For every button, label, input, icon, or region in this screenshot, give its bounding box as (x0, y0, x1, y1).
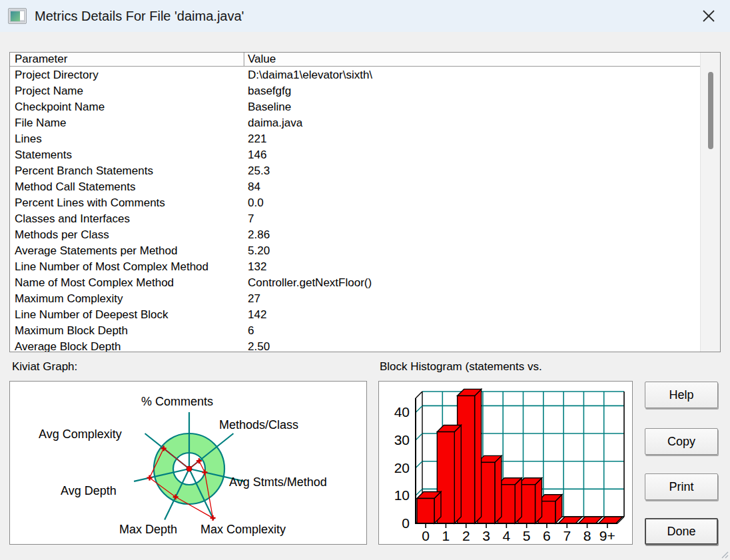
table-row[interactable]: Statements146 (10, 147, 700, 163)
done-button[interactable]: Done (645, 518, 718, 545)
svg-text:% Comments: % Comments (141, 395, 213, 408)
cell-parameter: Average Statements per Method (10, 244, 244, 258)
svg-text:6: 6 (543, 528, 551, 543)
cell-value: 6 (244, 324, 700, 338)
table-row[interactable]: Line Number of Most Complex Method132 (10, 259, 700, 275)
scrollbar-thumb[interactable] (708, 72, 713, 149)
title-bar: Metrics Details For File 'daima.java' (0, 0, 730, 32)
block-histogram-panel: 0102030400123456789+ (378, 381, 633, 545)
print-button[interactable]: Print (645, 473, 718, 500)
svg-text:Avg Stmts/Method: Avg Stmts/Method (229, 475, 327, 489)
table-row[interactable]: Maximum Complexity27 (10, 291, 700, 307)
table-rows: Project DirectoryD:\daima1\elevator\sixt… (10, 67, 700, 352)
table-row[interactable]: Percent Branch Statements25.3 (10, 163, 700, 179)
cell-parameter: Line Number of Deepest Block (10, 308, 244, 322)
svg-text:3: 3 (482, 528, 490, 543)
table-row[interactable]: Name of Most Complex MethodController.ge… (10, 275, 700, 291)
table-row[interactable]: File Namedaima.java (10, 115, 700, 131)
cell-value: 0.0 (244, 196, 700, 210)
copy-button[interactable]: Copy (645, 428, 718, 455)
cell-parameter: Lines (10, 133, 244, 146)
table-row[interactable]: Average Block Depth2.50 (10, 339, 700, 352)
cell-value: 5.20 (244, 244, 700, 258)
svg-text:Max Complexity: Max Complexity (200, 523, 286, 536)
svg-text:20: 20 (394, 460, 410, 475)
table-row[interactable]: Project DirectoryD:\daima1\elevator\sixt… (10, 67, 700, 83)
resize-grip[interactable] (721, 551, 729, 559)
cell-value: 146 (244, 148, 700, 162)
cell-parameter: Average Block Depth (10, 340, 244, 352)
cell-parameter: Line Number of Most Complex Method (10, 260, 244, 274)
cell-parameter: File Name (10, 117, 244, 130)
app-icon (8, 8, 27, 24)
table-row[interactable]: Lines221 (10, 131, 700, 147)
column-header-value[interactable]: Value (244, 53, 700, 66)
vertical-scrollbar[interactable] (700, 53, 720, 352)
svg-text:9+: 9+ (599, 528, 615, 543)
cell-parameter: Name of Most Complex Method (10, 276, 244, 290)
svg-text:5: 5 (523, 528, 531, 543)
cell-parameter: Checkpoint Name (10, 101, 244, 114)
close-button[interactable] (695, 4, 722, 28)
app-icon-pane (11, 11, 21, 21)
column-header-parameter[interactable]: Parameter (10, 53, 244, 66)
cell-value: 84 (244, 180, 700, 194)
cell-parameter: Methods per Class (10, 228, 244, 242)
table-row[interactable]: Method Call Statements84 (10, 179, 700, 195)
cell-value: daima.java (244, 117, 700, 130)
cell-value: 25.3 (244, 164, 700, 178)
cell-parameter: Project Name (10, 85, 244, 98)
help-button[interactable]: Help (645, 382, 718, 408)
svg-text:Methods/Class: Methods/Class (219, 418, 298, 431)
svg-text:Avg Depth: Avg Depth (61, 484, 117, 497)
table-row[interactable]: Average Statements per Method5.20 (10, 243, 700, 259)
cell-parameter: Statements (10, 148, 244, 162)
cell-parameter: Method Call Statements (10, 180, 244, 194)
cell-parameter: Percent Branch Statements (10, 164, 244, 178)
histogram-section-label: Block Histogram (statements vs. (380, 360, 542, 374)
metrics-dialog: { "window": { "title": "Metrics Details … (0, 0, 730, 560)
table-row[interactable]: Checkpoint NameBaseline (10, 99, 700, 115)
cell-value: 27 (244, 292, 700, 306)
svg-text:Avg Complexity: Avg Complexity (39, 427, 122, 441)
svg-text:0: 0 (422, 528, 430, 543)
block-histogram-chart: 0102030400123456789+ (379, 382, 632, 544)
kiviat-section-label: Kiviat Graph: (12, 360, 77, 374)
svg-text:40: 40 (394, 404, 410, 420)
close-icon (701, 9, 716, 23)
kiviat-graph-panel: % CommentsMethods/ClassAvg Stmts/MethodM… (9, 381, 367, 545)
table-row[interactable]: Percent Lines with Comments0.0 (10, 195, 700, 211)
table-row[interactable]: Line Number of Deepest Block142 (10, 307, 700, 323)
svg-text:7: 7 (563, 528, 571, 543)
cell-value: Controller.getNextFloor() (244, 276, 700, 290)
table-row[interactable]: Classes and Interfaces7 (10, 211, 700, 227)
svg-text:2: 2 (462, 528, 470, 543)
cell-parameter: Project Directory (10, 69, 244, 82)
svg-text:4: 4 (503, 528, 511, 543)
cell-value: D:\daima1\elevator\sixth\ (244, 69, 700, 82)
cell-value: Baseline (244, 101, 700, 114)
table-row[interactable]: Project Namebasefgfg (10, 83, 700, 99)
cell-parameter: Maximum Block Depth (10, 324, 244, 338)
table-row[interactable]: Maximum Block Depth6 (10, 323, 700, 339)
kiviat-radar-chart: % CommentsMethods/ClassAvg Stmts/MethodM… (10, 382, 366, 544)
svg-text:Max Depth: Max Depth (119, 523, 177, 536)
cell-value: 142 (244, 308, 700, 322)
cell-parameter: Classes and Interfaces (10, 212, 244, 226)
svg-text:8: 8 (583, 528, 591, 543)
cell-parameter: Percent Lines with Comments (10, 196, 244, 210)
cell-value: basefgfg (244, 85, 700, 98)
cell-value: 7 (244, 212, 700, 226)
svg-text:30: 30 (394, 432, 410, 447)
cell-value: 2.86 (244, 228, 700, 242)
cell-value: 221 (244, 133, 700, 146)
table-row[interactable]: Methods per Class2.86 (10, 227, 700, 243)
metrics-table: Parameter Value Project DirectoryD:\daim… (9, 52, 721, 352)
svg-text:1: 1 (442, 528, 450, 543)
svg-text:10: 10 (394, 487, 410, 503)
table-header: Parameter Value (10, 53, 700, 67)
window-title: Metrics Details For File 'daima.java' (35, 9, 244, 24)
svg-text:0: 0 (402, 515, 410, 531)
cell-parameter: Maximum Complexity (10, 292, 244, 306)
cell-value: 132 (244, 260, 700, 274)
